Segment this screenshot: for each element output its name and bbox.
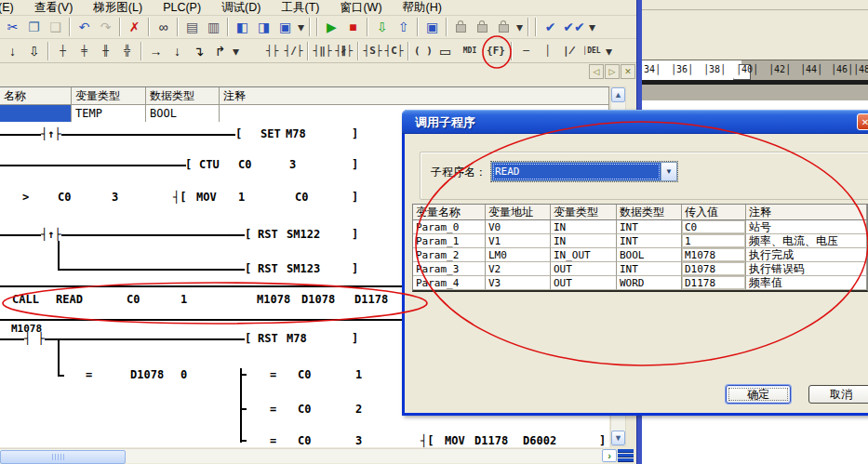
line-more-button[interactable]: ▾ bbox=[231, 41, 241, 61]
param-table-cell[interactable]: C0 bbox=[682, 220, 746, 234]
var-table-header[interactable]: 数据类型 bbox=[146, 87, 220, 104]
var-table-header[interactable]: 注释 bbox=[220, 87, 609, 104]
window-layout-1-button[interactable]: ◧ bbox=[232, 17, 253, 37]
menu-edit-partial[interactable]: (E) bbox=[0, 1, 24, 14]
var-table-cell[interactable] bbox=[0, 105, 72, 122]
coil-reset-button[interactable]: ┤C├ bbox=[383, 41, 405, 61]
param-table-cell[interactable]: INT bbox=[617, 220, 682, 234]
delete-button[interactable]: ✗ bbox=[124, 17, 145, 37]
coil-set-button[interactable]: ┤S├ bbox=[362, 41, 383, 61]
lock-3-button[interactable] bbox=[493, 17, 514, 37]
horizontal-line-button[interactable]: ─ bbox=[515, 41, 537, 61]
param-table-cell[interactable]: V1 bbox=[486, 234, 551, 248]
cancel-button[interactable]: 取消 bbox=[808, 385, 868, 404]
param-table-cell[interactable]: IN bbox=[551, 220, 617, 234]
scroll-right-button[interactable]: › bbox=[602, 449, 617, 462]
junction-1-button[interactable]: ┼ bbox=[52, 41, 73, 61]
window-layout-3-button[interactable]: ▣ bbox=[274, 17, 296, 37]
find-button[interactable]: ∞ bbox=[153, 17, 174, 37]
cut-button[interactable]: ✂ bbox=[2, 17, 23, 37]
coil-button[interactable]: ( ) bbox=[412, 41, 434, 61]
param-table-cell[interactable]: OUT bbox=[551, 262, 617, 276]
param-table-cell[interactable]: V0 bbox=[486, 220, 551, 234]
junction-4-button[interactable]: ╬ bbox=[116, 41, 138, 61]
compile-all-button[interactable]: ✔✔ bbox=[561, 17, 587, 37]
lock-1-button[interactable] bbox=[450, 17, 472, 37]
param-table-cell[interactable]: V2 bbox=[486, 262, 551, 276]
lock-2-button[interactable] bbox=[472, 17, 493, 37]
line-right-button[interactable]: → bbox=[145, 41, 167, 61]
lock-more-button[interactable]: ▾ bbox=[514, 17, 525, 37]
download-button[interactable]: ⇩ bbox=[371, 17, 393, 37]
run-button[interactable]: ▶ bbox=[321, 17, 342, 37]
menu-view[interactable]: 查看(V) bbox=[24, 0, 84, 16]
dialog-close-button[interactable]: ✕ bbox=[857, 113, 868, 130]
contact-positive-button[interactable]: ┤‖├ bbox=[312, 41, 333, 61]
undo-button[interactable]: ↶ bbox=[73, 17, 95, 37]
param-table-cell[interactable]: D1178 bbox=[682, 276, 746, 290]
param-table-header[interactable]: 变量名称 bbox=[413, 205, 486, 220]
line-down-right-button[interactable]: ↴ bbox=[188, 41, 209, 61]
window-layout-2-button[interactable]: ◨ bbox=[253, 17, 274, 37]
param-table-cell[interactable]: OUT bbox=[551, 276, 617, 290]
compile-button[interactable]: ✔ bbox=[540, 17, 561, 37]
param-table-cell[interactable]: WORD bbox=[617, 276, 682, 290]
vertical-line-button[interactable]: │ bbox=[537, 41, 558, 61]
function-f-button[interactable]: {F} bbox=[484, 41, 508, 61]
contact-closed-button[interactable]: ┤/├ bbox=[283, 41, 304, 61]
print-preview-button[interactable]: ▤ bbox=[181, 17, 203, 37]
param-table-cell[interactable]: Param_1 bbox=[413, 234, 486, 248]
var-table-header[interactable]: 名称 bbox=[0, 87, 72, 104]
delete-vertical-button[interactable]: │DEL bbox=[580, 41, 604, 61]
param-table-cell[interactable]: 1 bbox=[682, 234, 746, 248]
ok-button[interactable]: 确定 bbox=[726, 385, 791, 404]
param-table-cell[interactable]: 频率、电流、电压 bbox=[746, 234, 867, 248]
delete-line-button[interactable]: ∤ bbox=[558, 41, 580, 61]
param-table-header[interactable]: 变量类型 bbox=[551, 205, 617, 220]
param-table-cell[interactable]: LM0 bbox=[486, 248, 551, 262]
compile-more-button[interactable]: ▾ bbox=[587, 17, 597, 37]
split-view-icon[interactable] bbox=[618, 449, 634, 462]
var-table-cell[interactable]: BOOL bbox=[146, 105, 220, 122]
copy-button[interactable]: ❐ bbox=[23, 17, 45, 37]
menu-window[interactable]: 窗口(W) bbox=[329, 0, 392, 16]
dialog-titlebar[interactable]: 调用子程序 ✕ bbox=[402, 110, 868, 134]
param-table-cell[interactable]: V3 bbox=[486, 276, 551, 290]
param-table-cell[interactable]: 站号 bbox=[746, 220, 867, 234]
junction-2-button[interactable]: ╪ bbox=[73, 41, 95, 61]
delete-more-button[interactable]: ▾ bbox=[604, 41, 614, 61]
param-table-header[interactable]: 变量地址 bbox=[486, 205, 551, 220]
param-table-header[interactable]: 传入值 bbox=[682, 205, 746, 220]
nav-next-button[interactable]: ▷ bbox=[605, 64, 620, 79]
param-table-cell[interactable]: Param_4 bbox=[413, 276, 486, 290]
var-table-header[interactable]: 变量类型 bbox=[72, 87, 146, 104]
param-table-header[interactable]: 数据类型 bbox=[617, 205, 682, 220]
menu-ladder[interactable]: 梯形图(L) bbox=[83, 0, 153, 16]
combobox-dropdown-button[interactable]: ▼ bbox=[661, 163, 676, 180]
contact-open-button[interactable]: ┤├ bbox=[261, 41, 283, 61]
nav-prev-button[interactable]: ◁ bbox=[589, 64, 604, 79]
menu-tools[interactable]: 工具(T) bbox=[271, 0, 329, 16]
param-table-cell[interactable]: 执行错误码 bbox=[746, 262, 867, 276]
menu-plc[interactable]: PLC(P) bbox=[153, 1, 211, 14]
param-table-cell[interactable]: IN bbox=[551, 234, 617, 248]
param-table-header[interactable]: 注释 bbox=[746, 205, 867, 220]
scroll-down-button[interactable]: ▼ bbox=[611, 431, 625, 445]
param-table-cell[interactable]: Param_2 bbox=[413, 248, 486, 262]
param-table-cell[interactable]: D1078 bbox=[682, 262, 746, 276]
contact-negative-button[interactable]: ┤∦├ bbox=[333, 41, 354, 61]
nav-close-button[interactable]: ✕ bbox=[621, 64, 635, 79]
mdi-button[interactable]: MDI bbox=[456, 41, 484, 61]
ladder-hscrollbar[interactable] bbox=[0, 448, 603, 463]
cursor-down-open-button[interactable]: ⇩ bbox=[23, 41, 45, 61]
subroutine-name-combobox[interactable]: READ ▼ bbox=[491, 162, 677, 181]
window-layout-more-button[interactable]: ▾ bbox=[296, 17, 306, 37]
print-button[interactable]: ▥ bbox=[203, 17, 224, 37]
monitor-button[interactable]: ▣ bbox=[421, 17, 443, 37]
param-table-cell[interactable]: BOOL bbox=[617, 248, 682, 262]
param-table-cell[interactable]: IN_OUT bbox=[551, 248, 617, 262]
instruction-box-button[interactable]: ▭ bbox=[434, 41, 456, 61]
var-table-cell[interactable]: TEMP bbox=[72, 105, 146, 122]
redo-button[interactable]: ↷ bbox=[95, 17, 116, 37]
menu-debug[interactable]: 调试(D) bbox=[211, 0, 271, 16]
